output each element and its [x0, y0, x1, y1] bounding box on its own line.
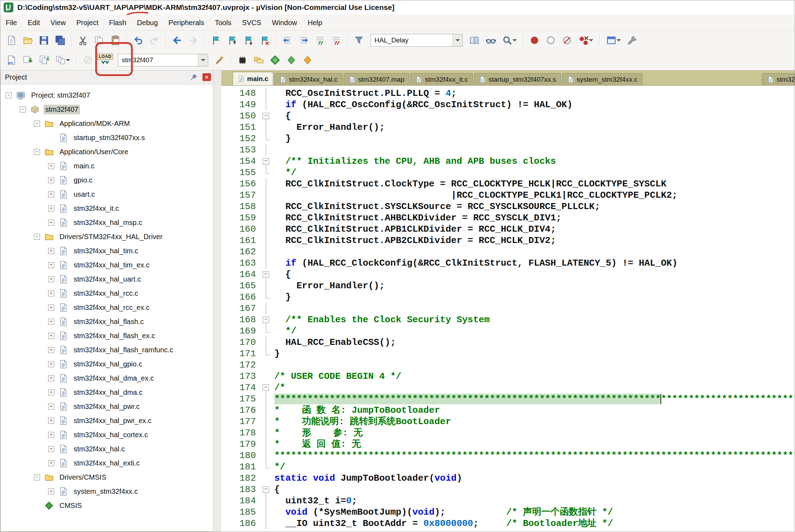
- rebuild-all-button[interactable]: [36, 52, 52, 68]
- build-button[interactable]: [19, 52, 36, 68]
- tree-item[interactable]: +stm32f4xx_hal_flash_ex.c: [1, 329, 213, 343]
- code-line[interactable]: 157 |RCC_CLOCKTYPE_PCLK1|RCC_CLOCKTYPE_P…: [221, 190, 795, 201]
- tree-item-label[interactable]: stm32f4xx_it.c: [72, 204, 121, 213]
- expand-icon[interactable]: +: [48, 460, 54, 466]
- code-line[interactable]: 151 Error_Handler();: [221, 122, 795, 133]
- tree-item[interactable]: +stm32f4xx_hal_cortex.c: [1, 428, 213, 442]
- menu-svcs[interactable]: SVCS: [237, 15, 267, 30]
- menu-edit[interactable]: Edit: [22, 15, 45, 30]
- copy-button[interactable]: [91, 33, 107, 48]
- code-line[interactable]: 168− /** Enables the Clock Security Syst…: [221, 314, 795, 325]
- code-line[interactable]: 164− {: [221, 269, 795, 280]
- pin-icon[interactable]: [189, 73, 198, 82]
- tree-item[interactable]: +main.c: [1, 159, 213, 173]
- expand-icon[interactable]: +: [48, 220, 54, 226]
- breakpoint-disable-all-button[interactable]: [559, 33, 575, 48]
- code-line[interactable]: 169 */: [221, 325, 795, 337]
- batch-build-button[interactable]: [52, 52, 73, 68]
- tree-item-label[interactable]: stm32f4xx_hal_dma.c: [72, 388, 144, 397]
- collapse-icon[interactable]: −: [34, 474, 40, 480]
- menu-project[interactable]: Project: [71, 15, 104, 30]
- tree-item[interactable]: −Application/User/Core: [1, 145, 213, 159]
- menu-flash[interactable]: Flash: [104, 15, 132, 30]
- options-for-target-button[interactable]: [212, 52, 228, 68]
- fold-margin[interactable]: −: [261, 484, 271, 495]
- code-line[interactable]: 149 if (HAL_RCC_OscConfig(&RCC_OscInitSt…: [221, 99, 795, 110]
- collapse-icon[interactable]: −: [34, 149, 40, 155]
- tree-item-label[interactable]: stm32f407: [44, 105, 80, 114]
- fold-collapse-icon[interactable]: −: [263, 158, 269, 164]
- nav-back-button[interactable]: [169, 33, 185, 48]
- tree-item[interactable]: +stm32f4xx_hal_dma_ex.c: [1, 371, 213, 385]
- fold-margin[interactable]: −: [261, 382, 271, 393]
- code-line[interactable]: 184 uint32_t i=0;: [221, 495, 795, 507]
- expand-icon[interactable]: +: [48, 347, 54, 353]
- code-line[interactable]: 180*************************************…: [221, 450, 795, 461]
- code-line[interactable]: 177* 功能说明: 跳转到系统BootLoader: [221, 416, 795, 427]
- fold-margin[interactable]: −: [261, 156, 271, 167]
- editor-tab[interactable]: stm32: [762, 73, 795, 85]
- fold-collapse-icon[interactable]: −: [263, 486, 269, 493]
- tree-item-label[interactable]: stm32f4xx_hal_exti.c: [72, 458, 142, 468]
- code-line[interactable]: 183−{: [221, 484, 795, 495]
- editor-tab[interactable]: startup_stm32f407xx.s: [474, 73, 561, 85]
- expand-icon[interactable]: +: [48, 206, 54, 212]
- tree-item-label[interactable]: stm32f4xx_hal_msp.c: [72, 218, 144, 227]
- breakpoint-enable-button[interactable]: [543, 33, 559, 48]
- code-line[interactable]: 172: [221, 359, 795, 371]
- expand-icon[interactable]: +: [48, 375, 54, 381]
- tree-item[interactable]: +stm32f4xx_hal_gpio.c: [1, 357, 213, 371]
- target-combo[interactable]: stm32f407: [118, 54, 208, 66]
- code-line[interactable]: 163 if (HAL_RCC_ClockConfig(&RCC_ClkInit…: [221, 258, 795, 269]
- tree-item[interactable]: −Drivers/CMSIS: [1, 470, 213, 484]
- breakpoint-kill-all-button[interactable]: [575, 33, 596, 48]
- code-line[interactable]: 179* 返 回 值: 无: [221, 439, 795, 450]
- tree-item-label[interactable]: stm32f4xx_hal_gpio.c: [72, 359, 144, 369]
- comment-lines-button[interactable]: [312, 33, 328, 48]
- bookmark-prev-button[interactable]: [224, 33, 240, 48]
- expand-icon[interactable]: +: [48, 418, 54, 424]
- tree-item[interactable]: −Application/MDK-ARM: [1, 116, 213, 131]
- code-line[interactable]: 165 Error_Handler();: [221, 280, 795, 291]
- code-line[interactable]: 156 RCC_ClkInitStruct.ClockType = RCC_CL…: [221, 178, 795, 190]
- tree-item[interactable]: +stm32f4xx_hal_uart.c: [1, 272, 213, 286]
- tree-item-label[interactable]: stm32f4xx_hal_tim.c: [72, 246, 140, 256]
- tree-item-label[interactable]: gpio.c: [72, 175, 94, 185]
- code-line[interactable]: 185 void (*SysMemBootJump)(void); /* 声明一…: [221, 507, 795, 518]
- editor-tab[interactable]: stm32f4xx_hal.c: [274, 73, 342, 85]
- tree-item[interactable]: +stm32f4xx_hal_tim_ex.c: [1, 258, 213, 272]
- tree-item[interactable]: −Project: stm32f407: [1, 88, 213, 102]
- expand-icon[interactable]: +: [48, 191, 54, 197]
- panel-splitter[interactable]: [213, 70, 221, 532]
- tree-item[interactable]: +usart.c: [1, 187, 213, 201]
- tree-item-label[interactable]: stm32f4xx_hal_uart.c: [72, 274, 143, 284]
- menu-debug[interactable]: Debug: [132, 15, 163, 30]
- redo-button[interactable]: [146, 33, 162, 48]
- tree-item[interactable]: +stm32f4xx_hal.c: [1, 442, 213, 456]
- tree-item-label[interactable]: stm32f4xx_hal_pwr_ex.c: [72, 416, 153, 426]
- menu-view[interactable]: View: [45, 15, 71, 30]
- undo-button[interactable]: [130, 33, 146, 48]
- expand-icon[interactable]: +: [48, 361, 54, 367]
- tree-item-label[interactable]: main.c: [72, 161, 96, 171]
- tree-item-label[interactable]: stm32f4xx_hal_pwr.c: [72, 402, 142, 411]
- find-combo-dropdown-button[interactable]: [452, 34, 462, 46]
- menu-file[interactable]: File: [0, 15, 22, 30]
- code-line[interactable]: 167: [221, 303, 795, 314]
- target-combo-dropdown-button[interactable]: [198, 54, 208, 66]
- manage-project-items-button[interactable]: [251, 52, 267, 68]
- tree-item-label[interactable]: stm32f4xx_hal_flash_ex.c: [72, 331, 157, 341]
- editor-tab[interactable]: system_stm32f4xx.c: [562, 73, 642, 85]
- collapse-icon[interactable]: −: [34, 121, 40, 127]
- component-viewer-button[interactable]: [299, 52, 316, 68]
- glasses-find-button[interactable]: [482, 33, 499, 48]
- new-file-button[interactable]: [3, 33, 19, 48]
- menu-help[interactable]: Help: [302, 15, 327, 30]
- code-line[interactable]: 148 RCC_OscInitStruct.PLL.PLLQ = 4;: [221, 88, 795, 99]
- tree-item[interactable]: startup_stm32f407xx.s: [1, 131, 213, 145]
- find-in-files-button[interactable]: [351, 33, 367, 48]
- tree-item-label[interactable]: Drivers/CMSIS: [58, 473, 108, 482]
- expand-icon[interactable]: +: [48, 177, 54, 183]
- close-panel-button[interactable]: ✕: [202, 73, 211, 81]
- code-line[interactable]: 170 HAL_RCC_EnableCSS();: [221, 337, 795, 348]
